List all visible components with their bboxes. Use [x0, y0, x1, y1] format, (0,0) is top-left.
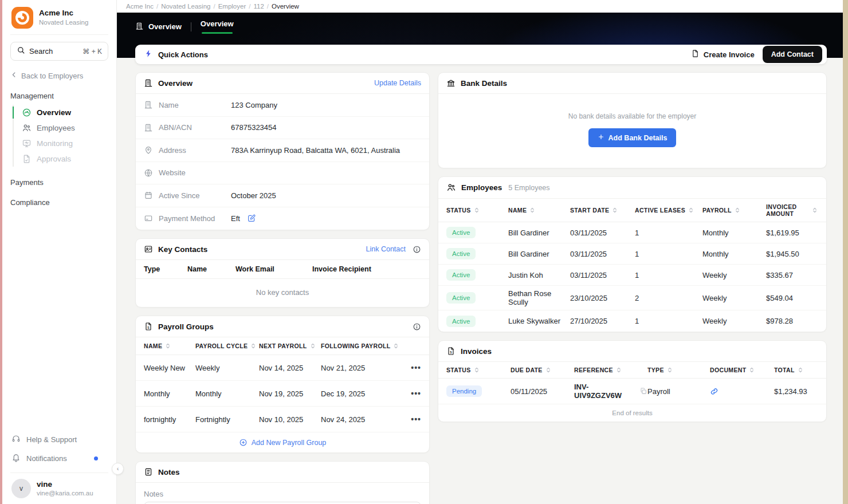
bank-details-card: Bank Details No bank details available f…: [438, 72, 827, 168]
document-link-icon[interactable]: [710, 387, 774, 396]
sidebar-item-monitoring: Monitoring: [14, 136, 108, 151]
tab-overview-secondary[interactable]: Overview: [201, 19, 234, 34]
column-header: Work Email: [235, 265, 312, 273]
add-payroll-group-button[interactable]: Add New Payroll Group: [136, 432, 429, 452]
copy-icon[interactable]: [639, 387, 647, 395]
breadcrumb-item[interactable]: 112: [253, 3, 264, 10]
breadcrumb-item[interactable]: Acme Inc: [126, 3, 154, 10]
sort-icon[interactable]: [734, 207, 741, 214]
contact-card-icon: [144, 245, 153, 254]
search-box[interactable]: ⌘ + K: [10, 42, 108, 61]
section-payments[interactable]: Payments: [10, 178, 108, 187]
notes-textarea[interactable]: [144, 502, 421, 504]
sort-icon[interactable]: [392, 342, 399, 349]
org-header[interactable]: Acme Inc Novated Leasing: [10, 6, 108, 35]
sort-icon[interactable]: [164, 342, 171, 349]
edit-icon[interactable]: [247, 214, 256, 223]
add-bank-details-label: Add Bank Details: [608, 134, 668, 142]
payroll-cycle: Weekly: [195, 364, 259, 372]
create-invoice-button[interactable]: Create Invoice: [691, 49, 755, 60]
column-header[interactable]: NAME: [144, 342, 195, 349]
section-management[interactable]: Management: [10, 92, 108, 100]
breadcrumb-item[interactable]: Novated Leasing: [161, 3, 210, 10]
sort-icon[interactable]: [309, 342, 316, 349]
row-menu-button[interactable]: •••: [401, 389, 421, 398]
column-header[interactable]: FOLLOWING PAYROLL: [321, 342, 401, 349]
following-payroll: Nov 21, 2025: [321, 364, 401, 372]
sort-icon[interactable]: [666, 367, 673, 373]
sidebar-item-label: Employees: [37, 124, 75, 132]
create-invoice-label: Create Invoice: [704, 50, 755, 59]
employee-row[interactable]: ActiveBill Gardiner03/11/20251Monthly$1,…: [438, 222, 826, 243]
notifications-item[interactable]: Notifications: [10, 449, 108, 468]
calendar-icon: [144, 191, 153, 200]
employees-title: Employees: [461, 183, 502, 192]
invoice-row[interactable]: Pending05/11/2025INV-UIV9ZGZV6WPayroll$1…: [438, 379, 826, 404]
column-header[interactable]: PAYROLL: [702, 207, 766, 214]
row-menu-button[interactable]: •••: [401, 415, 421, 424]
add-bank-details-button[interactable]: Add Bank Details: [588, 128, 677, 147]
sort-icon[interactable]: [811, 207, 818, 214]
status-badge: Active: [446, 248, 476, 259]
invoice-type: Payroll: [647, 387, 710, 396]
status-badge: Active: [446, 269, 476, 281]
scrollbar-track[interactable]: [843, 0, 848, 504]
user-menu[interactable]: v vine vine@karia.com.au: [10, 477, 108, 504]
column-header[interactable]: TYPE: [647, 367, 710, 373]
column-header[interactable]: REFERENCE: [574, 367, 647, 373]
column-header[interactable]: DUE DATE: [511, 367, 574, 373]
employee-row[interactable]: ActiveJustin Koh03/11/20251Weekly$335.67: [438, 265, 826, 286]
column-header[interactable]: STATUS: [446, 207, 508, 214]
sort-icon[interactable]: [797, 367, 804, 373]
sort-icon[interactable]: [473, 207, 480, 214]
back-to-employers-link[interactable]: Back to Employers: [10, 71, 108, 80]
row-menu-button[interactable]: •••: [401, 363, 421, 372]
breadcrumb-item[interactable]: Employer: [218, 3, 246, 10]
help-support-item[interactable]: Help & Support: [10, 430, 108, 449]
column-header[interactable]: STATUS: [446, 367, 511, 373]
column-header[interactable]: PAYROLL CYCLE: [195, 342, 259, 349]
sidebar-item-employees[interactable]: Employees: [14, 120, 108, 136]
sort-icon[interactable]: [615, 367, 622, 373]
main-content: Acme Inc/Novated Leasing/Employer/112/Ov…: [117, 0, 843, 504]
sidebar-collapse-button[interactable]: ‹: [112, 463, 124, 475]
column-header[interactable]: INVOICED AMOUNT: [766, 203, 818, 217]
sort-icon[interactable]: [250, 342, 257, 349]
sort-icon[interactable]: [545, 367, 552, 373]
status-badge: Active: [446, 227, 476, 238]
link-contact-link[interactable]: Link Contact: [366, 245, 406, 253]
gauge-icon: [22, 108, 32, 117]
sort-icon[interactable]: [688, 207, 694, 214]
info-icon[interactable]: [413, 322, 421, 331]
column-header[interactable]: ACTIVE LEASES: [635, 207, 702, 214]
sort-icon[interactable]: [748, 367, 755, 373]
column-header[interactable]: NAME: [508, 207, 570, 214]
invoice-reference: INV-UIV9ZGZV6W: [574, 383, 636, 400]
building-icon: [135, 22, 144, 32]
payroll-cycle: Monthly: [195, 389, 259, 398]
column-header[interactable]: START DATE: [570, 207, 635, 214]
sort-icon[interactable]: [529, 207, 536, 214]
payroll-frequency: Weekly: [702, 317, 766, 325]
overview-field-website: Website: [136, 162, 429, 185]
column-header[interactable]: DOCUMENT: [710, 367, 774, 373]
search-input[interactable]: [29, 47, 78, 56]
update-details-link[interactable]: Update Details: [374, 79, 421, 87]
employee-row[interactable]: ActiveLuke Skywalker27/10/20251Weekly$97…: [438, 310, 826, 332]
notes-field-label: Notes: [144, 490, 421, 498]
sidebar-item-label: Monitoring: [37, 139, 73, 148]
sort-icon[interactable]: [473, 367, 480, 373]
payroll-doc-icon: $: [144, 322, 153, 331]
section-compliance[interactable]: Compliance: [10, 198, 108, 207]
building-icon: [144, 78, 153, 88]
info-icon[interactable]: [413, 245, 421, 254]
employee-row[interactable]: ActiveBill Gardiner03/11/20251Monthly$1,…: [438, 243, 826, 265]
sort-icon[interactable]: [611, 207, 618, 214]
add-contact-button[interactable]: Add Contact: [763, 46, 822, 63]
column-header[interactable]: NEXT PAYROLL: [259, 342, 321, 349]
employee-row[interactable]: ActiveBethan Rose Scully23/10/20252Weekl…: [438, 286, 826, 310]
tab-overview-primary[interactable]: Overview: [135, 22, 182, 32]
active-leases: 2: [635, 294, 702, 302]
column-header[interactable]: TOTAL: [774, 367, 818, 373]
sidebar-item-overview[interactable]: Overview: [14, 105, 108, 120]
